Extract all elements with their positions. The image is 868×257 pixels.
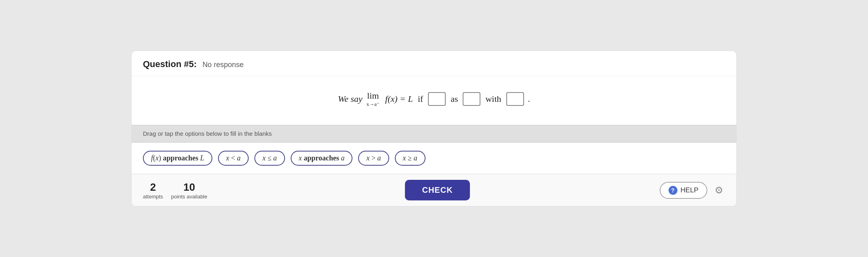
question-header: Question #5: No response [132,51,736,76]
option-x-gt-a[interactable]: x > a [358,151,389,166]
with-text: with [485,94,501,104]
option-x-approaches-a[interactable]: x approaches a [291,151,353,166]
attempts-number: 2 [150,181,156,194]
check-btn-wrapper: CHECK [215,180,659,200]
blank-box-1[interactable] [428,92,446,106]
points-number: 10 [183,181,195,194]
help-icon: ? [669,186,677,195]
question-title: Question #5: No response [143,59,243,69]
blank-box-3[interactable] [506,92,524,106]
option-x-lt-a[interactable]: x < a [218,151,249,166]
footer: 2 attempts 10 points available CHECK ? H… [132,174,736,206]
help-button[interactable]: ? HELP [660,182,707,199]
period-text: . [528,94,530,104]
equation-text: We say lim x→a⁻ f(x) = L if as with . [338,91,530,107]
as-text: as [451,94,458,104]
lim-subscript: x→a⁻ [367,101,379,107]
points-block: 10 points available [171,181,208,200]
points-label: points available [171,194,208,200]
fx-equals-l: f(x) = L [385,94,413,104]
blank-box-2[interactable] [463,92,480,106]
attempts-label: attempts [143,194,163,200]
if-text: if [418,94,423,104]
limit-block: lim x→a⁻ [367,91,379,107]
lim-word: lim [367,91,379,101]
gear-button[interactable]: ⚙ [713,183,725,198]
question-status: No response [202,61,243,69]
attempts-block: 2 attempts [143,181,163,200]
drag-label-text: Drag or tap the options below to fill in… [143,130,272,137]
equation-area: We say lim x→a⁻ f(x) = L if as with . [132,76,736,125]
question-number-label: Question #5: [143,59,197,69]
check-button[interactable]: CHECK [405,180,470,200]
options-area: f(x) approaches L x < a x ≤ a x approach… [132,143,736,174]
option-x-gte-a[interactable]: x ≥ a [395,151,426,166]
drag-instructions: Drag or tap the options below to fill in… [132,125,736,143]
option-x-lte-a[interactable]: x ≤ a [254,151,285,166]
option-fx-approaches-l[interactable]: f(x) approaches L [143,151,212,166]
question-card: Question #5: No response We say lim x→a⁻… [131,51,737,206]
we-say-text: We say [338,94,363,104]
help-label: HELP [681,186,698,194]
